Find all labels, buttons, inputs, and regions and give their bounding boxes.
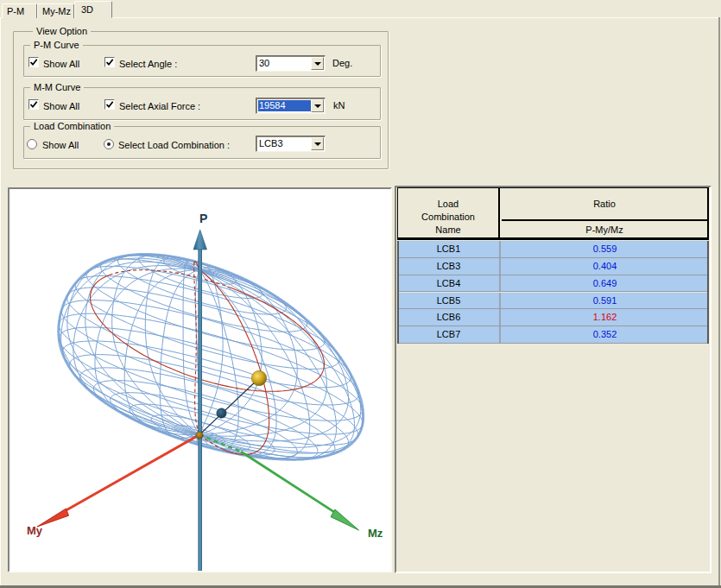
svg-text:My: My <box>27 524 43 537</box>
svg-text:P: P <box>199 212 207 225</box>
svg-text:Mz: Mz <box>368 527 383 540</box>
